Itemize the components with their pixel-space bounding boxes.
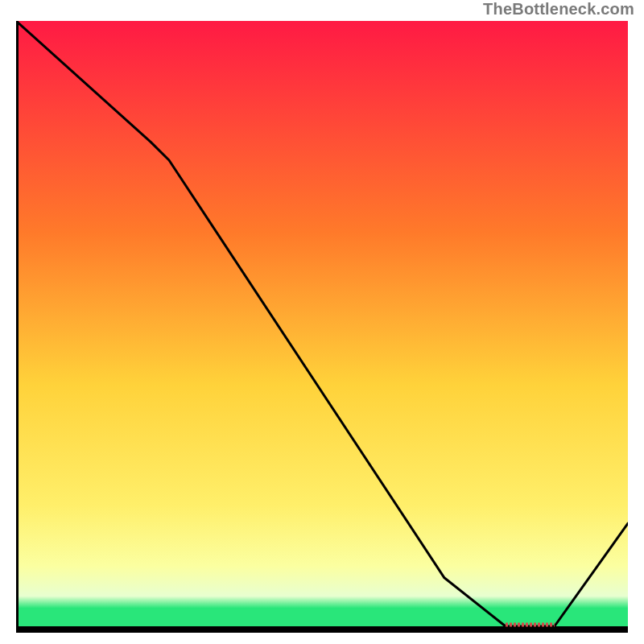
chart-svg <box>16 21 628 633</box>
gradient-background <box>16 21 628 626</box>
plot-area <box>16 21 628 633</box>
watermark-text: TheBottleneck.com <box>483 0 634 19</box>
chart-frame: TheBottleneck.com <box>0 0 644 644</box>
